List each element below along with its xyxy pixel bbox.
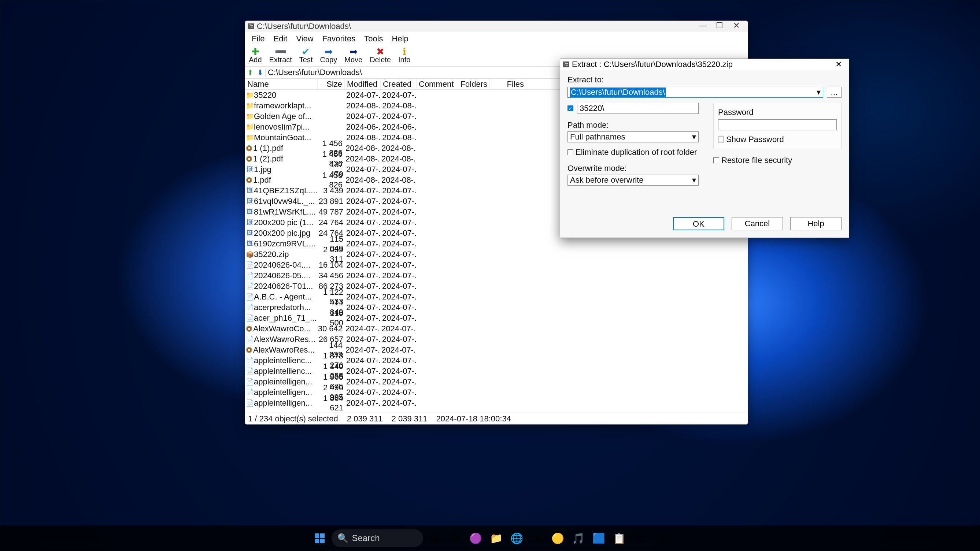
history-button[interactable]: ⬇ xyxy=(255,68,266,77)
file-name: acer_ph16_71_... xyxy=(254,313,318,323)
file-row[interactable]: 📄appleintelligen...1 864 6212024-07-...2… xyxy=(245,398,748,408)
taskbar-copilot[interactable]: 🟣 xyxy=(467,529,485,547)
col-created[interactable]: Created xyxy=(381,79,417,89)
chrome-icon xyxy=(246,145,252,151)
title-bar[interactable]: 7z C:\Users\futur\Downloads\ — ☐ ✕ xyxy=(245,21,748,32)
taskbar-app-1[interactable]: 🎵 xyxy=(570,529,587,547)
taskbar-chrome[interactable]: 🟡 xyxy=(549,529,567,547)
toolbar-info-button[interactable]: ℹInfo xyxy=(395,46,414,66)
toolbar-add-button[interactable]: ✚Add xyxy=(245,46,266,66)
file-created: 2024-08-... xyxy=(380,143,416,153)
ok-button[interactable]: OK xyxy=(673,217,724,230)
file-created: 2024-07-... xyxy=(381,239,417,249)
subfolder-checkbox[interactable]: ✓ xyxy=(568,105,573,111)
toolbar-move-button[interactable]: ➡Move xyxy=(341,46,366,66)
dialog-title-bar[interactable]: 7z Extract : C:\Users\futur\Downloads\35… xyxy=(560,59,849,70)
eliminate-checkbox[interactable]: Eliminate duplication of root folder xyxy=(568,148,698,157)
menu-view[interactable]: View xyxy=(292,33,318,45)
dialog-close-button[interactable]: ✕ xyxy=(831,60,846,69)
toolbar-delete-button[interactable]: ✖Delete xyxy=(366,46,395,66)
toolbar-test-button[interactable]: ✔Test xyxy=(296,46,317,66)
file-row[interactable]: 📄acer_ph16_71_...110 5002024-07-...2024-… xyxy=(245,313,748,323)
toolbar-extract-button[interactable]: ➖Extract xyxy=(266,46,296,66)
checkbox-icon xyxy=(568,149,573,155)
file-row[interactable]: 📦35220.zip2 039 3112024-07-...2024-07-..… xyxy=(245,249,748,260)
file-modified: 2024-07-... xyxy=(345,186,381,195)
close-button[interactable]: ✕ xyxy=(728,21,745,32)
file-modified: 2024-07-... xyxy=(345,367,381,376)
menu-favorites[interactable]: Favorites xyxy=(318,33,360,45)
taskbar-weather[interactable]: 🌤 xyxy=(426,529,444,547)
file-row[interactable]: 📄20240626-04....16 1042024-07-...2024-07… xyxy=(245,260,748,270)
overwrite-combo[interactable]: Ask before overwrite ▾ xyxy=(568,175,698,186)
browse-button[interactable]: ... xyxy=(827,87,842,98)
txt-icon: 📄 xyxy=(246,293,254,301)
file-created: 2024-07-... xyxy=(381,303,417,312)
col-comment[interactable]: Comment xyxy=(417,79,453,89)
folder-icon: 📁 xyxy=(246,113,254,121)
col-files[interactable]: Files xyxy=(490,79,527,89)
help-button[interactable]: Help xyxy=(790,217,842,230)
search-placeholder: Search xyxy=(352,533,380,543)
status-size-1: 2 039 311 xyxy=(347,414,383,424)
img-icon: 🖼 xyxy=(246,187,254,194)
file-created: 2024-08-... xyxy=(381,133,417,143)
menu-tools[interactable]: Tools xyxy=(360,33,387,45)
file-created: 2024-07-... xyxy=(381,186,417,195)
file-modified: 2024-07-... xyxy=(345,335,381,344)
toolbar-copy-button[interactable]: ➡Copy xyxy=(317,46,341,66)
cancel-button[interactable]: Cancel xyxy=(732,217,783,230)
col-modified[interactable]: Modified xyxy=(345,79,381,89)
maximize-button[interactable]: ☐ xyxy=(711,21,728,32)
taskbar-app-2[interactable]: 📋 xyxy=(611,529,628,547)
restore-security-checkbox[interactable]: Restore file security xyxy=(713,156,842,165)
menu-file[interactable]: File xyxy=(247,33,269,45)
start-button[interactable] xyxy=(311,529,329,547)
file-row[interactable]: AlexWawroCo...30 6422024-07-...2024-07-.… xyxy=(245,323,748,334)
file-name: AlexWawroRes... xyxy=(253,345,317,355)
checkbox-icon xyxy=(713,157,719,163)
extract-icon: ➖ xyxy=(275,48,286,56)
chrome-icon xyxy=(246,326,252,332)
minimize-button[interactable]: — xyxy=(694,21,711,32)
file-size: 16 104 xyxy=(318,260,345,270)
txt-icon: 📄 xyxy=(246,378,254,386)
file-modified: 2024-07-... xyxy=(345,271,381,280)
folder-icon: 📁 xyxy=(246,133,254,142)
img-icon: 🖼 xyxy=(246,219,254,226)
file-modified: 2024-07-... xyxy=(345,399,381,408)
taskbar-explorer[interactable]: 📁 xyxy=(488,529,505,547)
subfolder-input[interactable] xyxy=(577,103,698,114)
file-name: 6190zcm9RVL.... xyxy=(254,239,318,249)
col-folders[interactable]: Folders xyxy=(453,79,490,89)
search-icon: 🔍 xyxy=(337,533,348,543)
txt-icon: 📄 xyxy=(246,282,254,290)
file-modified: 2024-07-... xyxy=(345,303,381,312)
taskbar-edge[interactable]: 🌐 xyxy=(508,529,526,547)
file-row[interactable]: 📄20240626-05....34 4562024-07-...2024-07… xyxy=(245,270,748,281)
taskbar-7zip-2[interactable]: 7z xyxy=(652,529,669,547)
taskbar-store[interactable]: 🛍 xyxy=(529,529,546,547)
taskbar-discord[interactable]: 🟦 xyxy=(590,529,608,547)
show-password-checkbox[interactable]: Show Password xyxy=(718,135,837,144)
file-name: 1.jpg xyxy=(254,165,318,174)
taskbar-taskview[interactable]: ⧉ xyxy=(447,529,464,547)
extract-to-value: C:\Users\futur\Downloads\ xyxy=(570,87,666,97)
file-created: 2024-07-... xyxy=(381,197,417,206)
taskbar-7zip-1[interactable]: 7z xyxy=(631,529,649,547)
windows-logo-icon xyxy=(315,534,325,543)
taskbar-search[interactable]: 🔍 Search xyxy=(332,529,423,547)
file-created: 2024-07-... xyxy=(381,271,417,280)
file-created: 2024-07-... xyxy=(381,207,417,217)
menu-help[interactable]: Help xyxy=(388,33,413,45)
col-size[interactable]: Size xyxy=(318,79,345,89)
up-button[interactable]: ⬆ xyxy=(245,68,255,77)
app-icon: 7z xyxy=(248,24,254,29)
path-mode-combo[interactable]: Full pathnames ▾ xyxy=(568,132,698,143)
file-name: 20240626-T01... xyxy=(254,281,318,291)
password-input[interactable] xyxy=(718,119,837,130)
extract-to-combo[interactable]: C:\Users\futur\Downloads\ ▾ xyxy=(568,87,823,98)
col-name[interactable]: Name xyxy=(245,79,318,89)
img-icon: 🖼 xyxy=(246,197,254,205)
menu-edit[interactable]: Edit xyxy=(269,33,292,45)
